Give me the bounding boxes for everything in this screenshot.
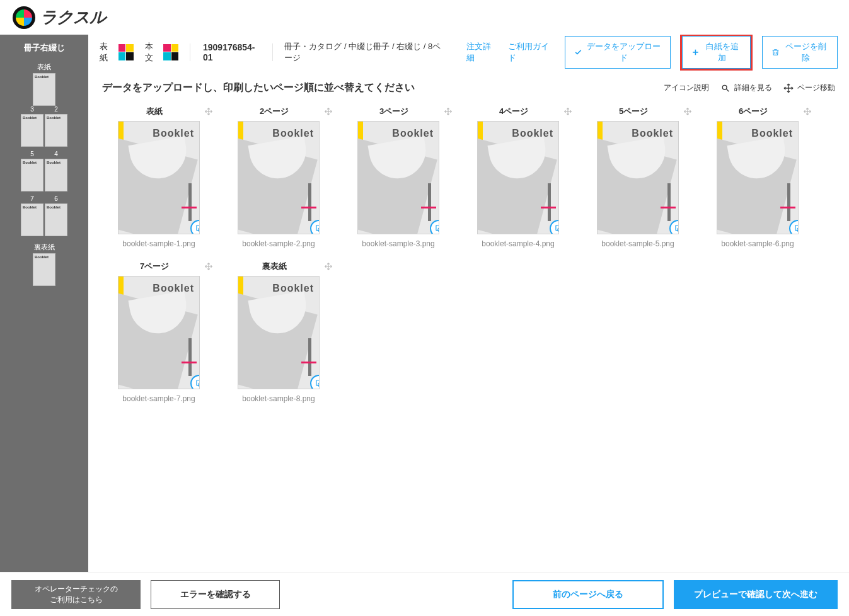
body-color-toggle[interactable]: 本文 xyxy=(145,41,179,64)
svg-point-5 xyxy=(199,228,200,232)
page-cell: 6ページ Booklet booklet-sample-6.png xyxy=(701,105,814,248)
logo-mark-icon xyxy=(13,6,35,29)
next-button[interactable]: プレビューで確認して次へ進む xyxy=(674,580,838,609)
zoom-icon[interactable] xyxy=(190,220,200,234)
page-filename: booklet-sample-1.png xyxy=(102,239,216,248)
svg-point-11 xyxy=(438,228,439,232)
svg-point-14 xyxy=(558,228,559,232)
page-filename: booklet-sample-5.png xyxy=(581,239,695,248)
page-thumbnail[interactable]: Booklet xyxy=(357,121,439,234)
footer: オペレーターチェックの ご利用はこちら エラーを確認する 前のページへ戻る プレ… xyxy=(0,572,849,616)
topbar: 表紙 本文 1909176854-01 冊子・カタログ / 中綴じ冊子 / 右綴… xyxy=(88,35,849,70)
sidebar-pair-2: 7Booklet 6Booklet xyxy=(21,195,67,236)
page-cell: 3ページ Booklet booklet-sample-3.png xyxy=(342,105,455,248)
page-thumbnail[interactable]: Booklet xyxy=(118,276,200,389)
svg-point-20 xyxy=(797,228,799,232)
plus-icon xyxy=(691,48,700,57)
content-area: 表紙 本文 1909176854-01 冊子・カタログ / 中綴じ冊子 / 右綴… xyxy=(88,35,849,572)
brand-logo[interactable]: ラクスル xyxy=(13,6,106,29)
guide-link[interactable]: ご利用ガイド xyxy=(508,41,553,64)
delete-page-button[interactable]: ページを削除 xyxy=(762,36,838,69)
page-filename: booklet-sample-8.png xyxy=(222,394,335,403)
legend-move-page[interactable]: ページ移動 xyxy=(783,83,835,93)
cover-color-toggle[interactable]: 表紙 xyxy=(100,41,134,64)
page-cell: 表紙 Booklet booklet-sample-1.png xyxy=(102,105,216,248)
cmyk-icon xyxy=(163,44,178,60)
trash-icon xyxy=(771,48,780,57)
app-header: ラクスル xyxy=(0,0,849,35)
drag-handle-icon[interactable] xyxy=(324,262,333,271)
page-cell: 裏表紙 Booklet booklet-sample-8.png xyxy=(222,260,335,403)
brand-name: ラクスル xyxy=(40,6,106,28)
cmyk-icon xyxy=(118,44,134,60)
drag-handle-icon[interactable] xyxy=(803,107,812,116)
page-thumbnail[interactable]: Booklet xyxy=(717,121,799,234)
drag-handle-icon[interactable] xyxy=(683,107,692,116)
drag-handle-icon[interactable] xyxy=(324,107,333,116)
page-thumbnail[interactable]: Booklet xyxy=(238,276,320,389)
page-cell: 2ページ Booklet booklet-sample-2.png xyxy=(222,105,335,248)
sidebar-cover-label: 表紙 xyxy=(37,62,51,72)
page-filename: booklet-sample-7.png xyxy=(102,394,216,403)
page-title: 表紙 xyxy=(105,106,204,117)
zoom-icon[interactable] xyxy=(669,220,679,234)
sidebar-thumb-cover[interactable]: Booklet xyxy=(33,73,55,106)
sidebar-thumb-5[interactable]: Booklet xyxy=(21,159,43,191)
page-title: 4ページ xyxy=(464,106,563,117)
svg-line-3 xyxy=(726,89,729,91)
svg-point-2 xyxy=(722,85,727,89)
back-button[interactable]: 前のページへ戻る xyxy=(512,580,664,609)
legend-view-detail[interactable]: 詳細を見る xyxy=(720,83,772,93)
zoom-icon[interactable] xyxy=(310,375,320,389)
check-icon xyxy=(574,48,582,57)
page-title: 5ページ xyxy=(584,106,683,117)
svg-point-8 xyxy=(318,228,320,232)
page-title: 裏表紙 xyxy=(224,261,324,272)
move-icon xyxy=(783,83,794,93)
operator-check-button[interactable]: オペレーターチェックの ご利用はこちら xyxy=(11,580,141,609)
sidebar-thumb-3[interactable]: Booklet xyxy=(21,114,43,147)
sidebar-thumb-7[interactable]: Booklet xyxy=(21,203,43,236)
page-filename: booklet-sample-2.png xyxy=(222,239,335,248)
page-thumbnail[interactable]: Booklet xyxy=(118,121,200,234)
sidebar-pair-1: 5Booklet 4Booklet xyxy=(21,151,67,191)
check-errors-button[interactable]: エラーを確認する xyxy=(151,580,280,609)
sidebar-back-label: 裏表紙 xyxy=(34,242,55,252)
upload-button[interactable]: データをアップロード xyxy=(565,36,671,69)
zoom-icon[interactable] xyxy=(310,220,320,234)
sidebar-thumb-4[interactable]: Booklet xyxy=(45,159,67,191)
drag-handle-icon[interactable] xyxy=(204,107,213,116)
sidebar-thumb-2[interactable]: Booklet xyxy=(45,114,67,147)
page-title: 6ページ xyxy=(703,106,803,117)
page-cell: 4ページ Booklet booklet-sample-4.png xyxy=(461,105,575,248)
sidebar-title: 冊子右綴じ xyxy=(24,42,65,54)
zoom-icon[interactable] xyxy=(789,220,799,234)
order-id: 1909176854-01 xyxy=(190,43,273,61)
page-filename: booklet-sample-6.png xyxy=(701,239,814,248)
breadcrumb: 冊子・カタログ / 中綴じ冊子 / 右綴じ / 8ページ xyxy=(284,41,443,64)
page-thumbnail[interactable]: Booklet xyxy=(597,121,679,234)
page-thumbnail[interactable]: Booklet xyxy=(477,121,559,234)
sidebar-thumb-back[interactable]: Booklet xyxy=(33,253,55,286)
drag-handle-icon[interactable] xyxy=(563,107,572,116)
page-thumbnail[interactable]: Booklet xyxy=(238,121,320,234)
drag-handle-icon[interactable] xyxy=(204,262,213,271)
page-title: 2ページ xyxy=(224,106,324,117)
zoom-icon[interactable] xyxy=(190,375,200,389)
page-filename: booklet-sample-3.png xyxy=(342,239,455,248)
legend-icon-desc: アイコン説明 xyxy=(664,83,709,93)
order-detail-link[interactable]: 注文詳細 xyxy=(466,41,497,64)
svg-point-23 xyxy=(199,383,200,387)
page-cell: 7ページ Booklet booklet-sample-7.png xyxy=(102,260,216,403)
page-cell: 5ページ Booklet booklet-sample-5.png xyxy=(581,105,695,248)
zoom-icon[interactable] xyxy=(430,220,439,234)
drag-handle-icon[interactable] xyxy=(444,107,453,116)
sidebar-pair-0: 3Booklet 2Booklet xyxy=(21,106,67,147)
instruction-row: データをアップロードし、印刷したいページ順に並べ替えてください アイコン説明 詳… xyxy=(88,70,849,100)
zoom-icon[interactable] xyxy=(550,220,559,234)
page-grid: 表紙 Booklet booklet-sample-1.png 2ページ Boo… xyxy=(88,100,849,572)
magnify-doc-icon xyxy=(720,83,731,93)
add-blank-button[interactable]: 白紙を追加 xyxy=(682,36,750,69)
page-title: 7ページ xyxy=(105,261,204,272)
sidebar-thumb-6[interactable]: Booklet xyxy=(45,203,67,236)
